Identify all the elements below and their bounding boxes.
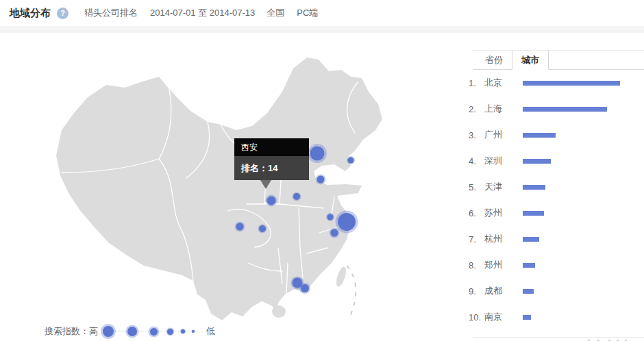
ranking-row[interactable]: 8.郑州 <box>469 252 644 278</box>
legend-high-label: 搜索指数：高 <box>45 325 98 338</box>
region-filter: 全国 <box>267 7 284 19</box>
tab-province[interactable]: 省份 <box>476 51 512 69</box>
index-bar <box>523 185 545 190</box>
rank-number: 4. <box>469 156 484 166</box>
rank-number: 5. <box>469 182 484 192</box>
region-distribution-panel: 地域分布 ? 猎头公司排名 2014-07-01 至 2014-07-13 全国… <box>0 0 644 341</box>
bubble-7[interactable] <box>258 225 267 233</box>
legend-circle-1 <box>103 326 114 337</box>
bubble-5-hovered[interactable] <box>266 195 277 207</box>
bubble-6[interactable] <box>235 222 245 232</box>
ranking-row[interactable]: 9.成都 <box>469 278 644 304</box>
legend-circle-4 <box>167 329 173 335</box>
legend-circle-2 <box>127 327 137 336</box>
city-name: 郑州 <box>484 259 523 271</box>
date-range: 2014-07-01 至 2014-07-13 <box>150 7 255 19</box>
ranking-row[interactable]: 3.广州 <box>469 122 644 148</box>
bubble-1[interactable] <box>308 144 327 163</box>
city-name: 北京 <box>484 77 523 89</box>
rank-number: 10. <box>469 312 484 323</box>
bubble-8[interactable] <box>326 213 334 221</box>
ranking-row[interactable]: 2.上海 <box>469 96 644 122</box>
ranking-row[interactable]: 1.北京 <box>469 70 644 96</box>
search-index-legend: 搜索指数：高 低 <box>45 322 215 341</box>
taiwan-island <box>334 266 348 288</box>
index-bar <box>523 81 620 86</box>
legend-circle-5 <box>181 329 185 333</box>
ranking-row[interactable]: 6.苏州 <box>469 200 644 226</box>
index-bar <box>523 133 556 138</box>
legend-circle-3 <box>150 328 158 336</box>
index-bar <box>523 107 607 112</box>
tooltip-rank: 排名：14 <box>234 156 309 180</box>
map-tooltip: 西安 排名：14 <box>234 138 309 180</box>
rank-number: 8. <box>469 260 484 270</box>
rank-number: 6. <box>469 208 484 218</box>
ranking-row[interactable]: 10.南京 <box>469 304 644 330</box>
tab-city[interactable]: 城市 <box>512 51 549 70</box>
city-name: 天津 <box>484 181 523 193</box>
city-ranking-list: 1.北京2.上海3.广州4.深圳5.天津6.苏州7.杭州8.郑州9.成都10.南… <box>469 70 644 330</box>
panel-footer-divider <box>473 337 644 341</box>
tooltip-city: 西安 <box>234 138 309 156</box>
bubble-12[interactable] <box>299 283 310 294</box>
help-icon[interactable]: ? <box>57 8 69 19</box>
city-name: 苏州 <box>484 207 523 219</box>
city-name: 上海 <box>484 103 523 115</box>
keyword-label: 猎头公司排名 <box>84 7 138 19</box>
city-name: 杭州 <box>484 233 523 245</box>
hainan-island <box>272 305 286 318</box>
bubble-4[interactable] <box>293 192 301 201</box>
legend-low-label: 低 <box>206 325 215 338</box>
legend-bubble-scale <box>101 322 203 341</box>
page-title: 地域分布 <box>10 7 51 20</box>
legend-circle-6 <box>192 330 195 333</box>
index-bar <box>523 159 551 164</box>
nine-dash-line <box>347 266 356 318</box>
header-divider <box>0 26 644 33</box>
city-name: 成都 <box>484 285 523 297</box>
city-name: 南京 <box>484 311 523 323</box>
city-name: 广州 <box>484 129 523 141</box>
rank-number: 3. <box>469 130 484 140</box>
rank-number: 7. <box>469 234 484 244</box>
ranking-tabs: 省份 城市 <box>473 50 644 70</box>
ranking-row[interactable]: 7.杭州 <box>469 226 644 252</box>
platform-filter: PC端 <box>297 7 318 19</box>
index-bar <box>523 211 544 216</box>
bubble-3[interactable] <box>316 175 326 185</box>
tooltip-arrow <box>260 180 271 189</box>
index-bar <box>523 289 534 294</box>
rank-number: 9. <box>469 286 484 296</box>
rank-number: 2. <box>469 104 484 114</box>
city-name: 深圳 <box>484 155 523 167</box>
bubble-9[interactable] <box>336 211 358 233</box>
china-map <box>41 42 452 330</box>
index-bar <box>523 263 535 268</box>
bubble-10[interactable] <box>330 228 340 238</box>
bubble-2[interactable] <box>347 156 355 164</box>
index-bar <box>523 315 531 320</box>
header: 地域分布 ? 猎头公司排名 2014-07-01 至 2014-07-13 全国… <box>0 0 644 26</box>
index-bar <box>523 237 539 242</box>
ranking-row[interactable]: 4.深圳 <box>469 148 644 174</box>
china-mainland-shape <box>56 58 382 320</box>
rank-number: 1. <box>469 78 484 88</box>
ranking-row[interactable]: 5.天津 <box>469 174 644 200</box>
